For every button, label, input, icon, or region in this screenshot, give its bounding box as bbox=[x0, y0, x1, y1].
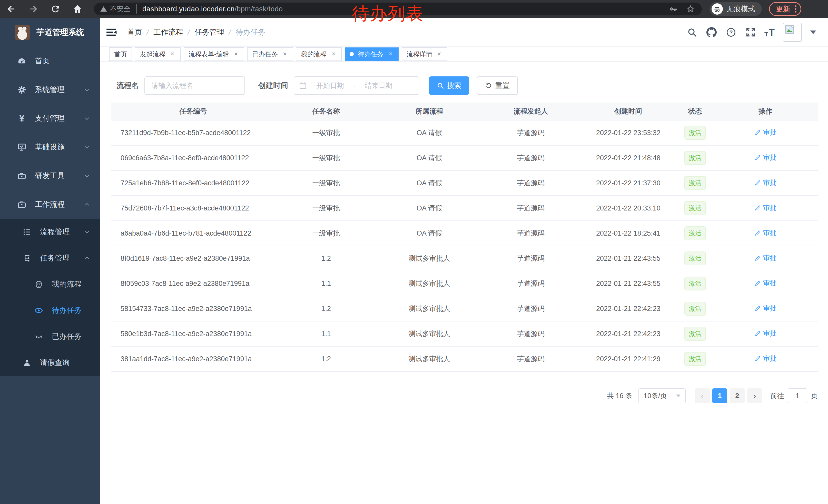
page-size-select[interactable]: 10条/页 bbox=[638, 388, 686, 403]
task-create-time: 2022-01-22 18:25:41 bbox=[579, 229, 677, 237]
close-icon[interactable] bbox=[169, 51, 176, 57]
incognito-badge: 无痕模式 bbox=[709, 2, 762, 16]
table-row: 58154733-7ac8-11ec-a9e2-a2380e71991a 1.2… bbox=[111, 296, 818, 321]
page-button-2[interactable]: 2 bbox=[730, 388, 745, 403]
approve-link[interactable]: 审批 bbox=[754, 304, 777, 313]
tag-done-tasks[interactable]: 已办任务 bbox=[247, 47, 293, 61]
font-size-icon[interactable] bbox=[764, 27, 775, 38]
forward-icon[interactable] bbox=[28, 3, 39, 15]
date-range-picker[interactable]: - bbox=[294, 77, 419, 95]
process-name-label: 流程名 bbox=[117, 81, 139, 91]
security-chip[interactable]: 不安全 bbox=[100, 4, 137, 13]
breadcrumb-task-mgmt[interactable]: 任务管理 bbox=[183, 27, 224, 37]
task-id: 8f0d1619-7ac8-11ec-a9e2-a2380e71991a bbox=[111, 255, 276, 263]
sidebar-item-done-tasks[interactable]: 已办任务 bbox=[0, 324, 100, 350]
reload-icon[interactable] bbox=[50, 3, 61, 15]
status-badge: 激活 bbox=[685, 176, 706, 190]
key-icon[interactable] bbox=[668, 4, 679, 14]
tagview-bar: 首页 发起流程 流程表单-编辑 已办任务 我的流程 待办任务 流程详情 bbox=[100, 47, 828, 62]
help-icon[interactable]: ? bbox=[726, 27, 737, 38]
approve-link[interactable]: 审批 bbox=[754, 279, 777, 288]
start-date-input[interactable] bbox=[308, 82, 352, 90]
sidebar-item-task-mgmt[interactable]: 任务管理 bbox=[0, 245, 100, 271]
action-cell: 审批 bbox=[713, 354, 818, 364]
warning-icon bbox=[100, 5, 107, 12]
task-process: OA 请假 bbox=[377, 203, 482, 213]
sidebar-item-label: 支付管理 bbox=[35, 113, 65, 124]
browser-menu-icon[interactable] bbox=[795, 5, 796, 12]
next-page-button[interactable]: › bbox=[747, 388, 762, 403]
search-icon[interactable] bbox=[687, 27, 698, 38]
sidebar-item-todo-tasks[interactable]: 待办任务 bbox=[0, 297, 100, 324]
approve-link[interactable]: 审批 bbox=[754, 153, 777, 162]
breadcrumb-home[interactable]: 首页 bbox=[127, 27, 142, 37]
sidebar-item-infrastructure[interactable]: 基础设施 bbox=[0, 133, 100, 162]
close-icon[interactable] bbox=[330, 51, 337, 57]
tag-label: 已办任务 bbox=[252, 50, 278, 58]
close-icon[interactable] bbox=[387, 51, 394, 57]
fullscreen-icon[interactable] bbox=[745, 27, 756, 38]
approve-link[interactable]: 审批 bbox=[754, 329, 777, 338]
tag-process-detail[interactable]: 流程详情 bbox=[402, 47, 447, 61]
home-icon[interactable] bbox=[72, 3, 83, 15]
sidebar-item-system[interactable]: 系统管理 bbox=[0, 75, 100, 104]
bookmark-star-icon[interactable] bbox=[686, 4, 696, 14]
status-badge-wrap: 激活 bbox=[677, 226, 713, 240]
sidebar-item-home[interactable]: 首页 bbox=[0, 47, 100, 75]
task-process: OA 请假 bbox=[377, 178, 482, 188]
back-icon[interactable] bbox=[6, 3, 17, 15]
approve-link[interactable]: 审批 bbox=[754, 178, 777, 187]
close-icon[interactable] bbox=[281, 51, 288, 57]
task-process: 测试多审批人 bbox=[377, 354, 482, 364]
task-process: 测试多审批人 bbox=[377, 279, 482, 288]
sidebar-item-payment[interactable]: 支付管理 bbox=[0, 104, 100, 133]
task-process: 测试多审批人 bbox=[377, 329, 482, 338]
end-date-input[interactable] bbox=[357, 82, 400, 90]
briefcase-icon bbox=[16, 199, 27, 210]
approve-link[interactable]: 审批 bbox=[754, 128, 777, 137]
tag-my-process[interactable]: 我的流程 bbox=[296, 47, 342, 61]
task-create-time: 2022-01-21 22:41:29 bbox=[579, 355, 677, 363]
security-label: 不安全 bbox=[110, 4, 131, 13]
task-create-time: 2022-01-22 20:33:10 bbox=[579, 204, 677, 212]
app-logo[interactable]: 芋道管理系统 bbox=[0, 18, 100, 47]
close-icon[interactable] bbox=[436, 51, 443, 57]
approve-link[interactable]: 审批 bbox=[754, 228, 777, 237]
sidebar-item-process-mgmt[interactable]: 流程管理 bbox=[0, 219, 100, 245]
tag-start-process[interactable]: 发起流程 bbox=[135, 47, 180, 61]
reset-button[interactable]: 重置 bbox=[477, 77, 518, 95]
page-button-1[interactable]: 1 bbox=[712, 388, 727, 403]
sidebar-item-workflow[interactable]: 工作流程 bbox=[0, 190, 100, 219]
avatar[interactable] bbox=[783, 23, 802, 42]
goto-page-input[interactable] bbox=[788, 388, 807, 403]
status-badge-wrap: 激活 bbox=[677, 126, 713, 140]
task-id: 8f059c03-7ac8-11ec-a9e2-a2380e71991a bbox=[111, 280, 276, 288]
task-process: OA 请假 bbox=[377, 153, 482, 163]
status-badge-wrap: 激活 bbox=[677, 327, 713, 341]
approve-link[interactable]: 审批 bbox=[754, 254, 777, 263]
url-path: /bpm/task/todo bbox=[235, 5, 283, 13]
task-name: 1.2 bbox=[276, 355, 377, 363]
process-name-input[interactable] bbox=[144, 77, 245, 95]
tag-todo-tasks[interactable]: 待办任务 bbox=[345, 47, 399, 61]
tag-home[interactable]: 首页 bbox=[109, 47, 132, 61]
avatar-dropdown-icon[interactable] bbox=[810, 31, 816, 34]
chevron-up-icon bbox=[84, 201, 90, 208]
sidebar-item-devtools[interactable]: 研发工具 bbox=[0, 162, 100, 190]
github-icon[interactable] bbox=[706, 27, 717, 38]
sidebar-item-my-process[interactable]: 我的流程 bbox=[0, 271, 100, 297]
task-name: 一级审批 bbox=[276, 178, 377, 188]
approve-link[interactable]: 审批 bbox=[754, 354, 777, 363]
sidebar-item-leave-query[interactable]: 请假查询 bbox=[0, 350, 100, 376]
search-button[interactable]: 搜索 bbox=[429, 77, 469, 95]
todo-list-annotation: 待办列表 bbox=[352, 2, 424, 26]
tag-form-edit[interactable]: 流程表单-编辑 bbox=[184, 47, 244, 61]
breadcrumb-workflow[interactable]: 工作流程 bbox=[142, 27, 183, 37]
sidebar-collapse-icon[interactable] bbox=[106, 27, 117, 38]
close-icon[interactable] bbox=[233, 51, 239, 57]
task-initiator: 芋道源码 bbox=[482, 329, 579, 338]
update-button[interactable]: 更新 bbox=[769, 2, 801, 16]
approve-link[interactable]: 审批 bbox=[754, 203, 777, 212]
prev-page-button[interactable]: ‹ bbox=[695, 388, 710, 403]
task-initiator: 芋道源码 bbox=[482, 153, 579, 163]
